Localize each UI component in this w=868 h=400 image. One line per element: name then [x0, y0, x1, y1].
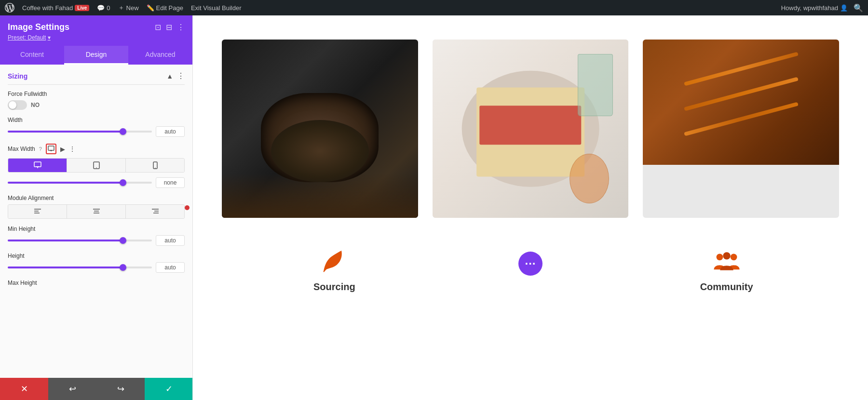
align-center-btn[interactable]: [67, 205, 126, 218]
device-buttons: [8, 158, 185, 173]
module-alignment-label: Module Alignment: [8, 195, 185, 201]
sizing-section-header: Sizing ▲ ⋮: [8, 65, 185, 85]
force-fullwidth-toggle-row: NO: [8, 100, 185, 110]
community-label: Community: [700, 281, 753, 293]
max-width-label: Max Width: [8, 146, 35, 152]
panel-header: Image Settings ⊡ ⊟ ⋮ Preset: Default ▾: [0, 15, 192, 46]
collapse-icon[interactable]: ▲: [166, 72, 173, 80]
desktop-icon-btn[interactable]: [46, 144, 56, 154]
admin-bar-right: Howdy, wpwithfahad 👤 🔍: [781, 3, 863, 13]
svg-point-20: [730, 254, 737, 261]
howdy-text[interactable]: Howdy, wpwithfahad 👤: [781, 4, 848, 12]
panel-title-row: Image Settings ⊡ ⊟ ⋮: [8, 22, 185, 32]
force-fullwidth-field: Force Fullwidth NO: [8, 91, 185, 110]
force-fullwidth-label: Force Fullwidth: [8, 91, 185, 97]
svg-point-19: [716, 254, 723, 261]
max-width-dots[interactable]: ⋮: [69, 145, 76, 153]
svg-rect-3: [34, 162, 41, 167]
bbq-image: [643, 40, 839, 165]
food-image: [433, 40, 629, 218]
max-width-slider-row: none: [8, 177, 185, 188]
width-label: Width: [8, 117, 185, 123]
sourcing-icon-item: Sourcing: [241, 247, 428, 293]
min-height-value[interactable]: auto: [156, 235, 185, 246]
save-button[interactable]: ✓: [145, 378, 193, 400]
max-height-label: Max Height: [8, 280, 185, 286]
main-layout: Image Settings ⊡ ⊟ ⋮ Preset: Default ▾ C…: [0, 15, 868, 400]
help-icon[interactable]: ?: [39, 146, 42, 152]
search-icon[interactable]: 🔍: [854, 3, 863, 13]
admin-bar: Coffee with Fahad Live 💬 0 ＋ New ✏️ Edit…: [0, 0, 868, 15]
sizing-title: Sizing: [8, 72, 27, 80]
exit-visual-builder[interactable]: Exit Visual Builder: [191, 4, 242, 12]
left-panel: Image Settings ⊡ ⊟ ⋮ Preset: Default ▾ C…: [0, 15, 193, 400]
image-item-food: [433, 40, 629, 218]
min-height-label: Min Height: [8, 226, 185, 232]
module-alignment-field: Module Alignment: [8, 195, 185, 219]
panel-body: Sizing ▲ ⋮ Force Fullwidth NO: [0, 65, 192, 400]
image-item-coffee: [222, 40, 418, 218]
height-value[interactable]: auto: [156, 262, 185, 273]
min-height-field: Min Height auto: [8, 226, 185, 246]
device-tablet-btn[interactable]: [67, 159, 126, 172]
width-value[interactable]: auto: [156, 126, 185, 137]
bottom-bar: ✕ ↩ ↪ ✓: [0, 378, 193, 400]
svg-point-9: [155, 168, 155, 168]
site-name[interactable]: Coffee with Fahad Live: [22, 4, 89, 12]
tab-design[interactable]: Design: [64, 46, 128, 65]
toggle-value: NO: [31, 102, 40, 108]
width-slider[interactable]: [8, 131, 152, 133]
panel-title: Image Settings: [8, 22, 69, 32]
device-desktop-btn[interactable]: [8, 159, 67, 172]
floating-circle-button[interactable]: ···: [518, 252, 542, 276]
align-left-btn[interactable]: [8, 205, 67, 218]
sourcing-leaf-icon: [320, 247, 349, 276]
image-item-bbq: [643, 40, 839, 218]
height-slider[interactable]: [8, 267, 152, 268]
live-badge: Live: [75, 5, 89, 11]
width-slider-row: auto: [8, 126, 185, 137]
redo-button[interactable]: ↪: [96, 378, 145, 400]
panel-indicator: [185, 205, 190, 210]
device-mobile-btn[interactable]: [126, 159, 184, 172]
svg-rect-0: [48, 146, 54, 150]
new-item[interactable]: ＋ New: [118, 3, 139, 12]
svg-point-7: [96, 167, 97, 168]
section-menu-icon[interactable]: ⋮: [177, 71, 185, 80]
max-width-arrow[interactable]: ▶: [60, 146, 65, 153]
max-width-value[interactable]: none: [156, 177, 185, 188]
max-width-header: Max Width ? ▶ ⋮: [8, 144, 185, 154]
section-actions: ▲ ⋮: [166, 71, 185, 80]
toggle-knob: [9, 101, 16, 109]
width-field: Width auto: [8, 117, 185, 137]
tab-content[interactable]: Content: [0, 46, 64, 65]
tab-advanced[interactable]: Advanced: [128, 46, 192, 65]
height-label: Height: [8, 253, 185, 259]
comments-item[interactable]: 💬 0: [97, 4, 110, 12]
cancel-button[interactable]: ✕: [0, 378, 48, 400]
max-width-slider[interactable]: [8, 182, 152, 184]
community-people-icon: [712, 247, 741, 276]
min-height-slider[interactable]: [8, 240, 152, 241]
align-right-btn[interactable]: [126, 205, 184, 218]
icons-section: Sourcing ···: [222, 247, 839, 293]
svg-point-21: [723, 252, 730, 259]
columns-icon[interactable]: ⊟: [166, 23, 172, 32]
sourcing-label: Sourcing: [313, 281, 355, 293]
panel-preset[interactable]: Preset: Default ▾: [8, 34, 185, 41]
resize-icon[interactable]: ⊡: [155, 23, 161, 32]
force-fullwidth-toggle[interactable]: [8, 100, 27, 110]
edit-page-item[interactable]: ✏️ Edit Page: [147, 4, 183, 12]
height-slider-row: auto: [8, 262, 185, 273]
wp-logo[interactable]: [5, 3, 14, 13]
content-area: Sourcing ···: [193, 15, 868, 400]
undo-button[interactable]: ↩: [48, 378, 96, 400]
more-options-icon[interactable]: ⋮: [177, 23, 185, 32]
floating-button-item: ···: [437, 247, 624, 276]
alignment-buttons: [8, 204, 185, 219]
community-icon-item: Community: [633, 247, 820, 293]
max-width-field: Max Width ? ▶ ⋮: [8, 144, 185, 188]
panel-tabs: Content Design Advanced: [0, 46, 192, 65]
image-grid: [222, 40, 839, 218]
panel-title-icons: ⊡ ⊟ ⋮: [155, 23, 185, 32]
